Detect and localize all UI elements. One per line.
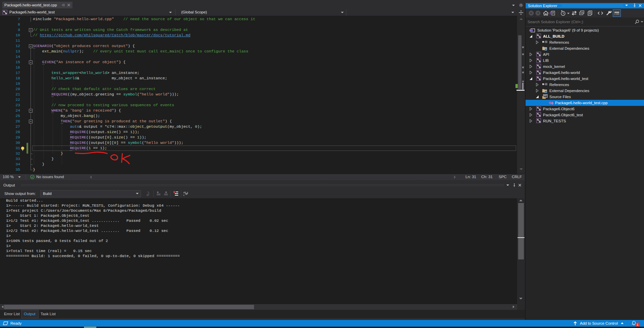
svg-text:c: c — [183, 194, 185, 196]
